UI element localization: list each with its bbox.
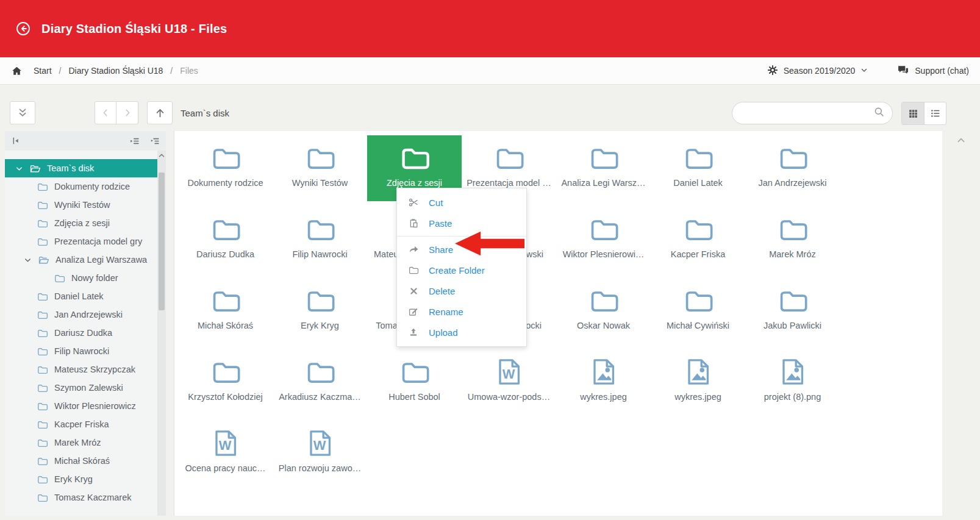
- folder-icon: [37, 327, 48, 339]
- grid-folder-item[interactable]: Michał Skóraś: [178, 278, 273, 344]
- context-menu-item-rename[interactable]: Rename: [397, 301, 526, 322]
- grid-folder-item[interactable]: Marek Mróz: [745, 207, 840, 272]
- breadcrumb-item[interactable]: Diary Stadion Śląski U18: [68, 66, 163, 76]
- grid-folder-item[interactable]: Dariusz Dudka: [178, 207, 273, 272]
- sidebar-item[interactable]: Nowy folder: [5, 269, 157, 287]
- sidebar-item[interactable]: Eryk Kryg: [5, 470, 157, 488]
- grid-file-item[interactable]: WOcena pracy nauc…: [178, 421, 273, 486]
- svg-text:W: W: [502, 366, 515, 382]
- sidebar-item[interactable]: Kacper Friska: [5, 415, 157, 433]
- grid-folder-item[interactable]: Jakub Pawlicki: [745, 278, 840, 344]
- grid-folder-item[interactable]: Arkadiusz Kaczma…: [273, 349, 367, 415]
- back-circle-icon[interactable]: [15, 21, 31, 37]
- grid-folder-item[interactable]: Jan Andrzejewski: [745, 135, 840, 201]
- sidebar-item[interactable]: Daniel Latek: [5, 287, 157, 305]
- folder-tree: Team`s diskDokumenty rodziceWyniki Testó…: [5, 151, 157, 516]
- season-selector[interactable]: Season 2019/2020: [767, 65, 868, 77]
- folder-icon: [37, 346, 48, 357]
- sidebar-item[interactable]: Tomasz Kaczmarek: [5, 488, 157, 507]
- context-menu-item-create-folder[interactable]: Create Folder: [397, 260, 526, 280]
- grid-item-label: Dokumenty rodzice: [187, 178, 263, 188]
- folder-icon: [588, 141, 620, 174]
- grid-folder-item[interactable]: Analiza Legi Warsz…: [556, 135, 651, 201]
- folder-icon: [210, 213, 241, 246]
- sidebar-item[interactable]: Mateusz Skrzypczak: [5, 360, 157, 379]
- grid-item-label: Dariusz Dudka: [196, 249, 254, 259]
- sidebar-item[interactable]: Wiktor Plesnierowicz: [5, 397, 157, 415]
- grid-folder-item[interactable]: Filip Nawrocki: [273, 207, 367, 272]
- sidebar-item-label: Kacper Friska: [54, 419, 109, 429]
- tree-caret-icon[interactable]: [23, 255, 34, 265]
- support-chat-link[interactable]: Support (chat): [897, 64, 969, 78]
- grid-item-label: Zdjęcia z sesji: [387, 178, 442, 188]
- sidebar-item[interactable]: Szymon Zalewski: [5, 379, 157, 397]
- list-view-button[interactable]: [924, 102, 946, 124]
- grid-view-button[interactable]: [902, 102, 924, 124]
- nav-forward-button[interactable]: [116, 101, 138, 124]
- sidebar-scrollbar[interactable]: [157, 151, 166, 516]
- folder-icon: [210, 355, 241, 388]
- sidebar-item[interactable]: Dariusz Dudka: [5, 324, 157, 342]
- grid-item-label: Wiktor Plesnierowi…: [563, 249, 645, 259]
- sidebar-item[interactable]: Wyniki Testów: [5, 196, 157, 214]
- context-menu-item-paste[interactable]: Paste: [397, 213, 526, 233]
- breadcrumb-item[interactable]: Start: [34, 66, 52, 76]
- word-file-icon: W: [305, 427, 335, 460]
- support-label: Support (chat): [915, 66, 969, 76]
- context-menu-item-upload[interactable]: Upload: [397, 322, 526, 343]
- grid-file-item[interactable]: WPlan rozwoju zawo…: [273, 421, 367, 486]
- folder-icon: [37, 419, 48, 430]
- sidebar-item[interactable]: Michał Skóraś: [5, 452, 157, 470]
- toolbar-collapse-button[interactable]: [10, 101, 35, 124]
- sidebar: Team`s diskDokumenty rodziceWyniki Testó…: [5, 131, 166, 516]
- context-menu-item-label: Share: [429, 244, 453, 255]
- folder-icon: [682, 213, 714, 246]
- search-input[interactable]: [742, 108, 873, 119]
- file-grid-panel: Dokumenty rodziceWyniki TestówZdjęcia z …: [174, 131, 942, 516]
- grid-folder-item[interactable]: Wyniki Testów: [273, 135, 367, 201]
- folder-icon: [37, 309, 48, 321]
- sidebar-item[interactable]: Zdjęcia z sesji: [5, 214, 157, 232]
- sidebar-header: [5, 131, 166, 151]
- grid-folder-item[interactable]: Eryk Kryg: [273, 278, 367, 344]
- grid-folder-item[interactable]: Michał Cywiński: [651, 278, 745, 344]
- grid-folder-item[interactable]: Daniel Latek: [651, 135, 745, 201]
- context-menu-item-cut[interactable]: Cut: [397, 192, 526, 213]
- sidebar-item[interactable]: Team`s disk: [5, 159, 157, 177]
- folder-icon: [777, 284, 809, 317]
- grid-folder-item[interactable]: Kacper Friska: [651, 207, 745, 272]
- collapse-all-icon[interactable]: [129, 136, 140, 146]
- sidebar-item[interactable]: Prezentacja model gry: [5, 232, 157, 251]
- grid-folder-item[interactable]: Oskar Nowak: [556, 278, 651, 344]
- grid-file-item[interactable]: projekt (8).png: [745, 349, 840, 415]
- grid-file-item[interactable]: wykres.jpeg: [556, 349, 651, 415]
- grid-file-item[interactable]: wykres.jpeg: [651, 349, 745, 415]
- scroll-up-icon[interactable]: [157, 152, 166, 159]
- tree-caret-icon[interactable]: [15, 164, 26, 173]
- scrollbar-thumb[interactable]: [159, 173, 165, 310]
- sidebar-item[interactable]: Analiza Legi Warszawa: [5, 251, 157, 269]
- folder-icon: [588, 213, 620, 246]
- search-icon[interactable]: [873, 106, 885, 120]
- app-header: Diary Stadion Śląski U18 - Files: [0, 0, 980, 57]
- sidebar-item[interactable]: Filip Nawrocki: [5, 342, 157, 360]
- context-menu-item-delete[interactable]: Delete: [397, 280, 526, 301]
- collapse-sidebar-icon[interactable]: [11, 136, 21, 146]
- grid-folder-item[interactable]: Hubert Sobol: [367, 349, 462, 415]
- grid-folder-item[interactable]: Krzysztof Kołodziej: [178, 349, 273, 415]
- content-scroll-up-icon[interactable]: [956, 135, 966, 148]
- grid-folder-item[interactable]: Wiktor Plesnierowi…: [556, 207, 651, 272]
- sidebar-item[interactable]: Marek Mróz: [5, 433, 157, 452]
- sidebar-item-label: Wiktor Plesnierowicz: [54, 401, 136, 411]
- nav-back-button[interactable]: [95, 101, 116, 124]
- home-icon[interactable]: [11, 65, 23, 77]
- sidebar-item[interactable]: Dokumenty rodzice: [5, 177, 157, 196]
- folder-icon: [37, 291, 48, 302]
- grid-folder-item[interactable]: Dokumenty rodzice: [178, 135, 273, 201]
- sidebar-item-label: Zdjęcia z sesji: [54, 218, 110, 228]
- expand-all-icon[interactable]: [149, 136, 160, 146]
- grid-file-item[interactable]: WUmowa-wzor-pods…: [462, 349, 556, 415]
- up-directory-button[interactable]: [147, 101, 173, 124]
- list-view-icon: [930, 108, 941, 119]
- sidebar-item[interactable]: Jan Andrzejewski: [5, 305, 157, 324]
